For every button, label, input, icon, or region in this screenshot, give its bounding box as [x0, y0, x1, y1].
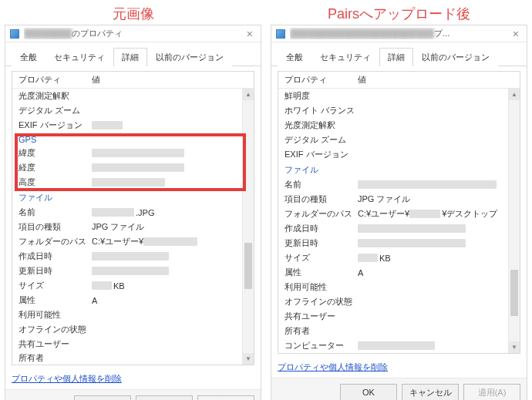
tab-security[interactable]: セキュリティ — [311, 48, 379, 66]
tab-bar: 全般 セキュリティ 詳細 以前のバージョン — [271, 42, 527, 66]
property-row-top-2[interactable]: 光度測定解釈 — [278, 118, 520, 133]
property-row-file-9[interactable]: 共有ユーザー — [278, 309, 520, 324]
scroll-down-icon[interactable]: ▼ — [243, 353, 254, 365]
property-row-file-10[interactable]: 所有者 — [278, 324, 520, 338]
ok-button[interactable]: OK — [74, 395, 131, 400]
property-key: フォルダーのパス — [19, 236, 92, 247]
tab-previous-versions[interactable]: 以前のバージョン — [147, 48, 232, 66]
property-row-top-3[interactable]: デジタル ズーム — [278, 133, 520, 147]
property-key: オフラインの状態 — [19, 324, 92, 335]
property-key: 光度測定解釈 — [19, 90, 92, 102]
property-row-file-6[interactable]: 属性A — [12, 293, 254, 308]
scroll-up-icon[interactable]: ▲ — [509, 89, 520, 100]
image-icon — [276, 29, 285, 39]
property-key: 所有者 — [19, 352, 92, 364]
titlebar: ████████のプロパティ × — [5, 25, 261, 42]
property-row-file-9[interactable]: 共有ユーザー — [12, 337, 254, 351]
property-row-file-8[interactable]: オフラインの状態 — [278, 294, 520, 309]
ok-button[interactable]: OK — [340, 384, 397, 400]
property-value: C:¥ユーザー¥¥デスクトップ — [358, 208, 513, 220]
property-row-file-4[interactable]: 更新日時 — [278, 236, 520, 250]
property-key: 共有ユーザー — [19, 338, 92, 350]
tab-details[interactable]: 詳細 — [379, 48, 413, 66]
property-row-top-0[interactable]: 鮮明度 — [278, 89, 520, 103]
property-value — [92, 178, 247, 187]
property-row-top-0[interactable]: 光度測定解釈 — [12, 89, 254, 103]
tab-general[interactable]: 全般 — [278, 48, 311, 66]
property-key: コンピューター — [285, 340, 358, 351]
property-row-file-3[interactable]: 作成日時 — [12, 249, 254, 264]
property-key: 鮮明度 — [285, 90, 358, 102]
left-dialog: ████████のプロパティ × 全般 セキュリティ 詳細 以前のバージョン プ… — [5, 25, 261, 400]
property-row-file-3[interactable]: 作成日時 — [278, 221, 520, 236]
property-row-top-2[interactable]: EXIF バージョン — [12, 118, 254, 133]
section-header: GPS — [12, 133, 254, 146]
property-list: 鮮明度ホワイト バランス光度測定解釈デジタル ズームEXIF バージョンファイル… — [278, 89, 520, 353]
col-property: プロパティ — [285, 74, 358, 86]
property-row-file-7[interactable]: 利用可能性 — [12, 308, 254, 322]
tab-general[interactable]: 全般 — [12, 48, 45, 66]
apply-button[interactable]: 適用(A) — [463, 384, 520, 400]
window-title: ████████のプロパティ — [24, 28, 244, 39]
details-content: プロパティ 値 鮮明度ホワイト バランス光度測定解釈デジタル ズームEXIF バ… — [278, 71, 520, 354]
property-row-file-2[interactable]: フォルダーのパスC:¥ユーザー¥¥デスクトップ — [278, 207, 520, 221]
property-row-top-1[interactable]: ホワイト バランス — [278, 103, 520, 118]
property-value — [92, 252, 247, 261]
property-row-file-5[interactable]: サイズKB — [12, 278, 254, 293]
close-icon[interactable]: × — [244, 28, 256, 40]
property-value — [358, 239, 513, 247]
scrollbar[interactable]: ▲ ▼ — [508, 89, 520, 353]
property-value: JPG ファイル — [92, 221, 247, 233]
scroll-down-icon[interactable]: ▼ — [509, 341, 520, 353]
button-bar: OK キャンセル 適用(A) — [271, 378, 527, 400]
property-row-file-cut[interactable]: 所有者 — [12, 351, 254, 365]
property-row-file-11[interactable]: コンピューター — [278, 338, 520, 353]
right-dialog: ████████████████████████プ... × 全般 セキュリティ… — [271, 25, 527, 400]
scrollbar[interactable]: ▲ ▼ — [242, 89, 254, 365]
property-row-file-8[interactable]: オフラインの状態 — [12, 322, 254, 337]
col-value: 値 — [92, 74, 247, 86]
property-key: デジタル ズーム — [285, 134, 358, 146]
left-pane: 元画像 ████████のプロパティ × 全般 セキュリティ 詳細 以前のバージ… — [0, 0, 266, 400]
property-key: 高度 — [19, 176, 92, 188]
close-icon[interactable]: × — [510, 28, 522, 40]
property-value: C:¥ユーザー¥ — [92, 236, 247, 247]
scroll-up-icon[interactable]: ▲ — [243, 89, 254, 100]
property-key: 属性 — [285, 267, 358, 278]
property-value: KB — [92, 281, 247, 291]
property-row-gps-2[interactable]: 高度 — [12, 175, 254, 190]
property-row-file-1[interactable]: 項目の種類JPG ファイル — [278, 192, 520, 207]
cancel-button[interactable]: キャンセル — [402, 384, 459, 400]
remove-properties-link[interactable]: プロパティや個人情報を削除 — [278, 362, 388, 371]
property-key: サイズ — [285, 252, 358, 264]
property-key: デジタル ズーム — [19, 105, 92, 116]
property-row-top-1[interactable]: デジタル ズーム — [12, 103, 254, 118]
property-row-file-4[interactable]: 更新日時 — [12, 264, 254, 278]
property-key: 作成日時 — [285, 223, 358, 234]
property-value: JPG ファイル — [358, 193, 513, 205]
property-row-file-0[interactable]: 名前 — [278, 177, 520, 192]
property-row-file-7[interactable]: 利用可能性 — [278, 280, 520, 294]
tab-details[interactable]: 詳細 — [113, 48, 147, 66]
titlebar: ████████████████████████プ... × — [271, 25, 527, 42]
cancel-button[interactable]: キャンセル — [136, 395, 193, 400]
property-row-file-0[interactable]: 名前.JPG — [12, 205, 254, 220]
property-value — [92, 267, 247, 275]
property-row-file-1[interactable]: 項目の種類JPG ファイル — [12, 220, 254, 234]
property-value: .JPG — [92, 208, 247, 217]
property-row-file-6[interactable]: 属性A — [278, 265, 520, 280]
remove-properties-link[interactable]: プロパティや個人情報を削除 — [12, 374, 122, 383]
scroll-thumb[interactable] — [510, 270, 518, 316]
right-pane: Pairsへアップロード後 ████████████████████████プ.… — [266, 0, 532, 400]
property-row-gps-0[interactable]: 緯度 — [12, 146, 254, 160]
property-row-file-5[interactable]: サイズKB — [278, 250, 520, 265]
tab-security[interactable]: セキュリティ — [45, 48, 113, 66]
property-row-gps-1[interactable]: 経度 — [12, 160, 254, 175]
property-key: 利用可能性 — [285, 281, 358, 293]
property-row-top-4[interactable]: EXIF バージョン — [278, 147, 520, 162]
scroll-thumb[interactable] — [244, 243, 252, 289]
apply-button[interactable]: 適用(A) — [197, 395, 254, 400]
tab-previous-versions[interactable]: 以前のバージョン — [413, 48, 498, 66]
property-value: KB — [358, 254, 513, 263]
property-row-file-2[interactable]: フォルダーのパスC:¥ユーザー¥ — [12, 234, 254, 249]
